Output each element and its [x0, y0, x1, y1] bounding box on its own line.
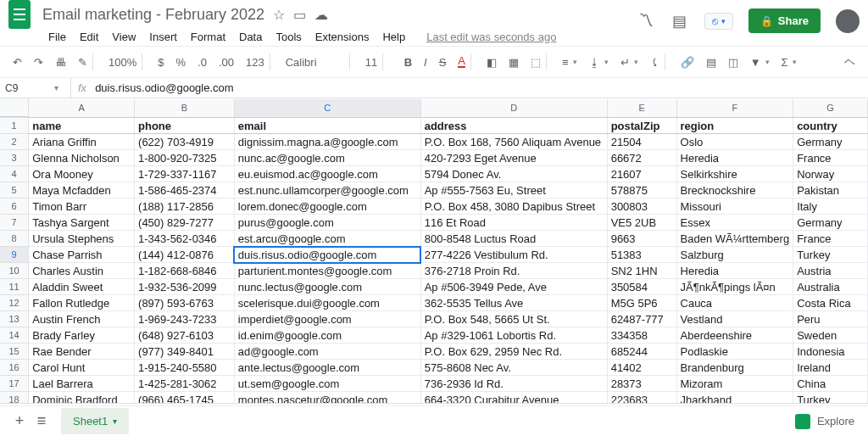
- row-header[interactable]: 2: [0, 134, 29, 150]
- cell[interactable]: Turkey: [793, 392, 868, 405]
- cell[interactable]: Germany: [793, 134, 868, 150]
- cell[interactable]: Mizoram: [676, 376, 793, 392]
- cell[interactable]: Indonesia: [793, 344, 868, 360]
- cell[interactable]: Carol Hunt: [29, 360, 135, 376]
- cell[interactable]: Lael Barrera: [29, 376, 135, 392]
- col-header[interactable]: G: [793, 99, 868, 118]
- cell[interactable]: montes.nascetur@google.com: [234, 392, 420, 405]
- italic-button[interactable]: I: [420, 53, 431, 72]
- cell[interactable]: 1-343-562-0346: [135, 231, 235, 247]
- cell[interactable]: Australia: [793, 279, 868, 295]
- cell[interactable]: 736-2936 Id Rd.: [420, 376, 607, 392]
- percent-button[interactable]: %: [171, 53, 190, 72]
- cell[interactable]: email: [234, 118, 420, 134]
- star-icon[interactable]: ☆: [273, 7, 285, 23]
- currency-button[interactable]: $: [153, 53, 168, 72]
- cell[interactable]: duis.risus.odio@google.com: [234, 247, 420, 263]
- cell[interactable]: id.enim@google.com: [234, 327, 420, 344]
- cell[interactable]: (188) 117-2856: [135, 198, 235, 215]
- all-sheets-button[interactable]: ≡: [31, 411, 53, 433]
- row-header[interactable]: 10: [0, 263, 29, 279]
- menu-extensions[interactable]: Extensions: [309, 27, 376, 47]
- cell[interactable]: Brecknockshire: [676, 182, 793, 198]
- dec-decrease-button[interactable]: .0: [193, 53, 211, 72]
- paint-format-button[interactable]: ✎: [74, 50, 101, 74]
- cell[interactable]: JÃ¶nkÃ¶pings lÃ¤n: [676, 279, 793, 295]
- link-button[interactable]: 🔗: [676, 53, 698, 72]
- row-header[interactable]: 5: [0, 182, 29, 198]
- cell[interactable]: Ora Mooney: [29, 166, 135, 182]
- cell[interactable]: P.O. Box 548, 5665 Ut St.: [420, 311, 607, 327]
- cell[interactable]: France: [793, 231, 868, 247]
- cell[interactable]: 1-729-337-1167: [135, 166, 235, 182]
- cell[interactable]: 9663: [607, 231, 676, 247]
- row-header[interactable]: 17: [0, 376, 29, 392]
- cell[interactable]: M5G 5P6: [607, 295, 676, 311]
- activity-icon[interactable]: 〽: [637, 12, 655, 31]
- last-edit-link[interactable]: Last edit was seconds ago: [426, 31, 556, 43]
- cell[interactable]: 578875: [607, 182, 676, 198]
- cell[interactable]: Rae Bender: [29, 344, 135, 360]
- cell[interactable]: Germany: [793, 215, 868, 231]
- cell[interactable]: 334358: [607, 327, 676, 344]
- cell[interactable]: imperdiet@google.com: [234, 311, 420, 327]
- name-box-dropdown[interactable]: ▾: [42, 78, 71, 98]
- cell[interactable]: Peru: [793, 311, 868, 327]
- cell[interactable]: dignissim.magna.a@google.com: [234, 134, 420, 150]
- row-header[interactable]: 8: [0, 231, 29, 247]
- cell[interactable]: Podlaskie: [676, 344, 793, 360]
- cell[interactable]: Jharkhand: [676, 392, 793, 405]
- cell[interactable]: ad@google.com: [234, 344, 420, 360]
- cell[interactable]: (144) 412-0876: [135, 247, 235, 263]
- cell[interactable]: phone: [135, 118, 235, 134]
- cell[interactable]: Vestland: [676, 311, 793, 327]
- cell[interactable]: Pakistan: [793, 182, 868, 198]
- explore-button[interactable]: Explore: [795, 414, 854, 429]
- cell[interactable]: 1-182-668-6846: [135, 263, 235, 279]
- cell[interactable]: Heredia: [676, 150, 793, 166]
- col-header[interactable]: D: [420, 99, 607, 118]
- name-box[interactable]: C9: [0, 82, 42, 94]
- cell[interactable]: postalZip: [607, 118, 676, 134]
- cell[interactable]: VE5 2UB: [607, 215, 676, 231]
- cell[interactable]: 350584: [607, 279, 676, 295]
- row-header[interactable]: 14: [0, 327, 29, 344]
- cell[interactable]: Selkirkshire: [676, 166, 793, 182]
- cell[interactable]: 1-425-281-3062: [135, 376, 235, 392]
- cell[interactable]: name: [29, 118, 135, 134]
- document-title[interactable]: Email marketing - February 2022: [42, 6, 264, 24]
- cell[interactable]: Brady Farley: [29, 327, 135, 344]
- comment-icon[interactable]: ▤: [670, 12, 689, 31]
- cell[interactable]: Charles Austin: [29, 263, 135, 279]
- cell[interactable]: Ursula Stephens: [29, 231, 135, 247]
- share-button[interactable]: Share: [748, 8, 821, 33]
- cell[interactable]: 420-7293 Eget Avenue: [420, 150, 607, 166]
- row-header[interactable]: 18: [0, 392, 29, 405]
- cell[interactable]: 5794 Donec Av.: [420, 166, 607, 182]
- row-header[interactable]: 4: [0, 166, 29, 182]
- cell[interactable]: 300803: [607, 198, 676, 215]
- cell[interactable]: eu.euismod.ac@google.com: [234, 166, 420, 182]
- cell[interactable]: Ireland: [793, 360, 868, 376]
- cell[interactable]: Timon Barr: [29, 198, 135, 215]
- col-header[interactable]: C: [234, 99, 420, 118]
- row-header[interactable]: 12: [0, 295, 29, 311]
- row-header[interactable]: 15: [0, 344, 29, 360]
- cell[interactable]: 664-3320 Curabitur Avenue: [420, 392, 607, 405]
- cell[interactable]: Cauca: [676, 295, 793, 311]
- toolbar-collapse-button[interactable]: ヘ: [840, 51, 860, 73]
- cell[interactable]: 1-969-243-7233: [135, 311, 235, 327]
- cell[interactable]: SN2 1HN: [607, 263, 676, 279]
- v-align-button[interactable]: ⭳: [585, 53, 613, 72]
- bold-button[interactable]: B: [400, 53, 416, 72]
- cell[interactable]: 1-915-240-5580: [135, 360, 235, 376]
- cell[interactable]: Austin French: [29, 311, 135, 327]
- cell[interactable]: Chase Parrish: [29, 247, 135, 263]
- col-header[interactable]: E: [607, 99, 676, 118]
- cell[interactable]: 51383: [607, 247, 676, 263]
- cell[interactable]: Oslo: [676, 134, 793, 150]
- cell[interactable]: (450) 829-7277: [135, 215, 235, 231]
- text-color-button[interactable]: A: [453, 50, 479, 74]
- cell[interactable]: 21607: [607, 166, 676, 182]
- cell[interactable]: lorem.donec@google.com: [234, 198, 420, 215]
